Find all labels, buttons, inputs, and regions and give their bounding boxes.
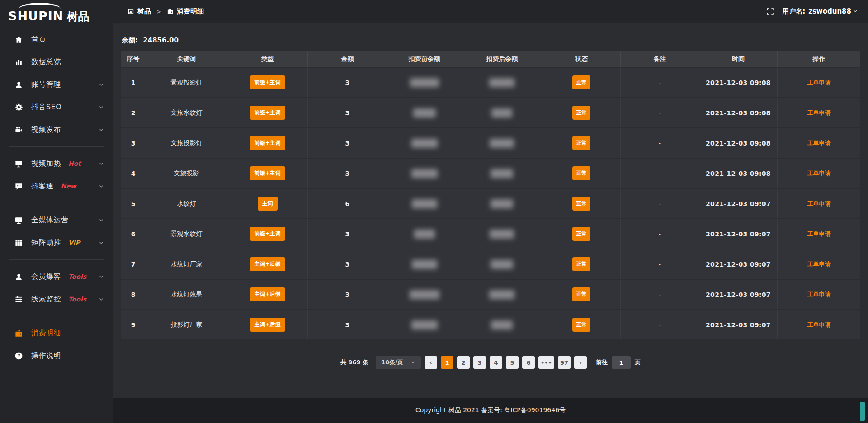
page-button-3[interactable]: 3 [473, 356, 486, 369]
cell-amount: 3 [308, 67, 387, 98]
status-badge: 正常 [572, 136, 590, 150]
page-button-6[interactable]: 6 [522, 356, 535, 369]
sidebar-item-label: 抖客通 [31, 182, 54, 191]
work-order-link[interactable]: 工单申请 [807, 170, 831, 177]
table-row: 8水纹灯效果主词+后缀3正常-2021-12-03 09:07工单申请 [121, 279, 860, 310]
blurred-value [491, 108, 512, 118]
cell-index: 8 [121, 279, 146, 310]
sidebar-item-首页[interactable]: 首页 [0, 28, 113, 51]
work-order-link[interactable]: 工单申请 [807, 291, 831, 298]
chevron-down-icon [851, 7, 858, 15]
work-order-link[interactable]: 工单申请 [807, 321, 831, 328]
sidebar-item-会员爆客[interactable]: 会员爆客Tools [0, 265, 113, 288]
cell-status: 正常 [542, 310, 620, 340]
cell-type: 前缀+主词 [227, 98, 308, 128]
cell-balance-before [387, 67, 462, 98]
type-badge: 前缀+主词 [250, 166, 285, 180]
cell-index: 9 [121, 310, 146, 340]
monitor-icon [14, 215, 24, 225]
sidebar-item-消费明细[interactable]: 消费明细 [0, 322, 113, 344]
cell-keyword: 投影灯厂家 [146, 310, 227, 340]
sidebar-divider [9, 259, 104, 260]
sidebar-item-label: 抖音SEO [31, 103, 61, 112]
work-order-link[interactable]: 工单申请 [807, 79, 831, 86]
chat-widget-handle[interactable] [860, 402, 865, 421]
column-header-类型: 类型 [227, 51, 308, 67]
sidebar-item-label: 数据总览 [31, 57, 61, 67]
sidebar-item-抖客通[interactable]: 抖客通New [0, 175, 113, 197]
page-button-4[interactable]: 4 [490, 356, 502, 369]
status-badge: 正常 [572, 257, 590, 271]
table-row: 5水纹灯主词6正常-2021-12-03 09:07工单申请 [121, 188, 860, 219]
next-page-button[interactable]: › [574, 356, 587, 369]
blurred-value [489, 78, 514, 87]
chevron-down-icon [99, 239, 104, 247]
sidebar-item-label: 首页 [31, 35, 46, 44]
sidebar-item-矩阵助推[interactable]: 矩阵助推VIP [0, 231, 113, 254]
blurred-value [412, 199, 437, 208]
cell-balance-after [462, 249, 542, 279]
fullscreen-icon[interactable] [766, 8, 774, 15]
sidebar-item-账号管理[interactable]: 账号管理 [0, 73, 113, 96]
column-header-序号: 序号 [121, 51, 146, 67]
page-button-2[interactable]: 2 [457, 356, 470, 369]
page-button-97[interactable]: 97 [558, 356, 571, 369]
cell-time: 2021-12-03 09:07 [699, 310, 777, 340]
blurred-value [414, 230, 435, 239]
chevron-down-icon [99, 295, 104, 304]
chart-icon [14, 57, 24, 67]
work-order-link[interactable]: 工单申请 [807, 230, 831, 237]
status-badge: 正常 [572, 197, 590, 211]
cell-time: 2021-12-03 09:07 [699, 219, 777, 249]
more-pages-button[interactable]: ••• [538, 356, 554, 369]
cell-index: 1 [121, 67, 146, 98]
page-button-1[interactable]: 1 [441, 356, 453, 369]
work-order-link[interactable]: 工单申请 [807, 261, 831, 268]
type-badge: 前缀+主词 [250, 75, 285, 89]
sidebar-item-badge: Tools [68, 296, 86, 303]
sidebar-item-label: 消费明细 [31, 329, 61, 338]
cell-type: 主词+后缀 [227, 249, 308, 279]
sidebar-item-数据总览[interactable]: 数据总览 [0, 51, 113, 73]
sidebar-item-抖音SEO[interactable]: 抖音SEO [0, 96, 113, 118]
user-icon [14, 80, 24, 89]
breadcrumb-label: 消费明细 [177, 7, 204, 16]
page-size-select[interactable]: 10条/页 [376, 356, 421, 369]
cell-balance-after [462, 279, 542, 310]
table-header-row: 序号关键词类型金额扣费前余额扣费后余额状态备注时间操作 [121, 51, 860, 67]
prev-page-button[interactable]: ‹ [425, 356, 437, 369]
balance-label: 余额: [122, 36, 138, 44]
blurred-value [411, 169, 438, 178]
cell-action: 工单申请 [778, 188, 860, 219]
cell-action: 工单申请 [778, 279, 860, 310]
sidebar-divider [9, 203, 104, 203]
cell-action: 工单申请 [778, 310, 860, 340]
user-menu[interactable]: 用户名: zswodun88 [782, 7, 858, 16]
breadcrumb-item-树品[interactable]: 树品 [127, 7, 151, 16]
logo-arc-decoration [19, 3, 61, 9]
sidebar-item-线索监控[interactable]: 线索监控Tools [0, 288, 113, 310]
column-header-扣费前余额: 扣费前余额 [387, 51, 462, 67]
cell-status: 正常 [542, 128, 620, 158]
cell-amount: 3 [308, 158, 387, 188]
breadcrumb-label: 树品 [137, 7, 151, 16]
sidebar-item-视频发布[interactable]: 视频发布 [0, 118, 113, 141]
pagination: 共 969 条10条/页‹123456•••97›前往页 [121, 356, 860, 369]
chevron-down-icon [99, 273, 104, 281]
sidebar-item-视频加热[interactable]: 视频加热Hot [0, 152, 113, 175]
main-content: 余额: 24856.00 序号关键词类型金额扣费前余额扣费后余额状态备注时间操作… [113, 23, 868, 398]
work-order-link[interactable]: 工单申请 [807, 140, 831, 146]
home-icon [14, 34, 24, 44]
goto-page-input[interactable] [612, 356, 631, 369]
sidebar-item-badge: Tools [68, 273, 86, 280]
chevron-down-icon [99, 216, 104, 225]
work-order-link[interactable]: 工单申请 [807, 200, 831, 207]
sidebar-item-全媒体运营[interactable]: 全媒体运营 [0, 209, 113, 231]
breadcrumb-item-消费明细[interactable]: 消费明细 [167, 7, 204, 16]
page-button-5[interactable]: 5 [506, 356, 519, 369]
work-order-link[interactable]: 工单申请 [807, 109, 831, 116]
cell-status: 正常 [542, 67, 620, 98]
cell-remark: - [621, 158, 699, 188]
sidebar-item-操作说明[interactable]: ?操作说明 [0, 344, 113, 367]
consumption-table: 序号关键词类型金额扣费前余额扣费后余额状态备注时间操作 1景观投影灯前缀+主词3… [121, 51, 860, 340]
